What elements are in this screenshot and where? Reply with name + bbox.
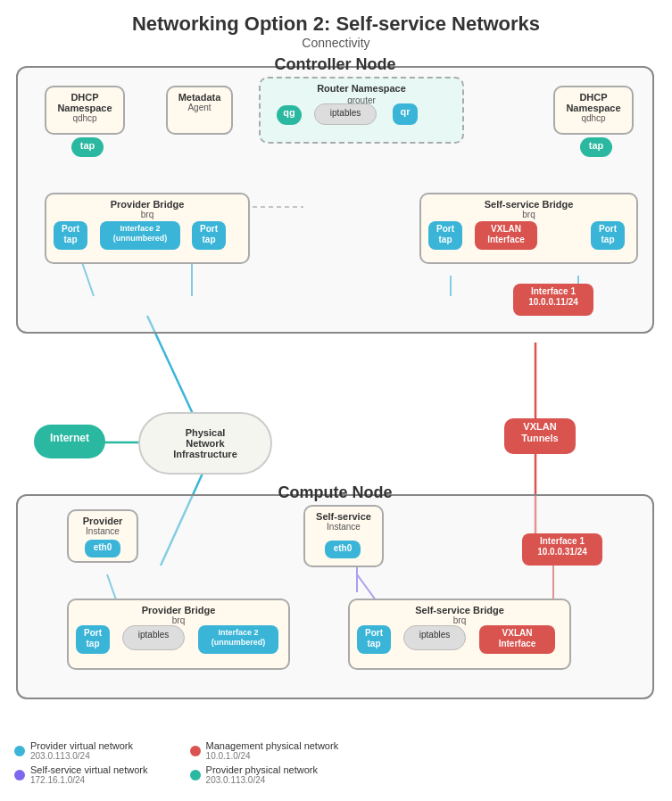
legend-selfservice-virtual: Self-service virtual network 172.16.1.0/… (14, 764, 163, 785)
provider-bridge-comp: Provider Bridge brq Port tap iptables In… (67, 599, 290, 670)
provider-comp-iptables: iptables (122, 625, 185, 650)
provider-comp-interface2[interactable]: Interface 2 (unnumbered) (198, 625, 278, 654)
page-title: Networking Option 2: Self-service Networ… (0, 0, 672, 36)
selfservice-comp-vxlan[interactable]: VXLAN Interface (479, 625, 555, 654)
provider-bridge-ctrl: Provider Bridge brq Port tap Interface 2… (45, 193, 250, 264)
router-ns: Router Namespace qrouter qg iptables qr (259, 77, 464, 144)
selfservice-comp-port-tap[interactable]: Port tap (357, 625, 391, 654)
provider-instance-eth0: eth0 (85, 540, 120, 557)
selfservice-ctrl-port-tap-left[interactable]: Port tap (428, 221, 462, 250)
metadata-agent: Metadata Agent (166, 86, 233, 135)
selfservice-instance: Self-service Instance eth0 (303, 505, 384, 567)
dhcp-right-tap-btn[interactable]: tap (580, 137, 612, 157)
selfservice-ctrl-port-tap-right[interactable]: Port tap (591, 221, 625, 250)
dhcp-ns-left: DHCP Namespace qdhcp (45, 86, 125, 135)
dhcp-left-tap-btn[interactable]: tap (71, 137, 104, 157)
iptables-router: iptables (314, 103, 377, 125)
provider-comp-port-tap[interactable]: Port tap (76, 625, 110, 654)
selfservice-ctrl-vxlan-interface[interactable]: VXLAN Interface (475, 221, 537, 250)
internet-cloud: Internet (34, 425, 105, 458)
provider-instance: Provider Instance eth0 (67, 509, 138, 563)
interface1-ctrl: Interface 110.0.0.11/24 (513, 284, 593, 316)
provider-ctrl-port-tap-left[interactable]: Port tap (54, 221, 87, 250)
legend-management: Management physical network 10.0.1.0/24 (190, 740, 339, 761)
controller-label: Controller Node (267, 55, 402, 74)
interface1-comp: Interface 110.0.0.31/24 (522, 533, 602, 566)
provider-ctrl-interface2[interactable]: Interface 2 (unnumbered) (100, 221, 180, 250)
provider-ctrl-port-tap-right[interactable]: Port tap (192, 221, 226, 250)
compute-node: Compute Node Provider Instance eth0 Self… (16, 494, 654, 699)
qr-btn[interactable]: qr (393, 103, 418, 125)
selfservice-comp-iptables: iptables (403, 625, 466, 650)
selfservice-bridge-ctrl: Self-service Bridge brq Port tap VXLAN I… (419, 193, 638, 264)
dhcp-ns-right: DHCP Namespace qdhcp (553, 86, 634, 135)
physical-network: Physical Network Infrastructure (138, 412, 272, 475)
legend-provider-virtual: Provider virtual network 203.0.113.0/24 (14, 740, 163, 761)
vxlan-tunnels: VXLANTunnels (504, 418, 576, 454)
selfservice-bridge-comp: Self-service Bridge brq Port tap iptable… (348, 599, 571, 670)
legend-provider-physical: Provider physical network 203.0.113.0/24 (190, 764, 339, 785)
legend: Provider virtual network 203.0.113.0/24 … (14, 740, 338, 785)
qg-btn[interactable]: qg (277, 105, 302, 125)
page-subtitle: Connectivity (0, 36, 672, 50)
compute-label: Compute Node (271, 483, 400, 502)
controller-node: Controller Node DHCP Namespace qdhcp tap… (16, 66, 654, 334)
selfservice-instance-eth0: eth0 (325, 541, 361, 558)
